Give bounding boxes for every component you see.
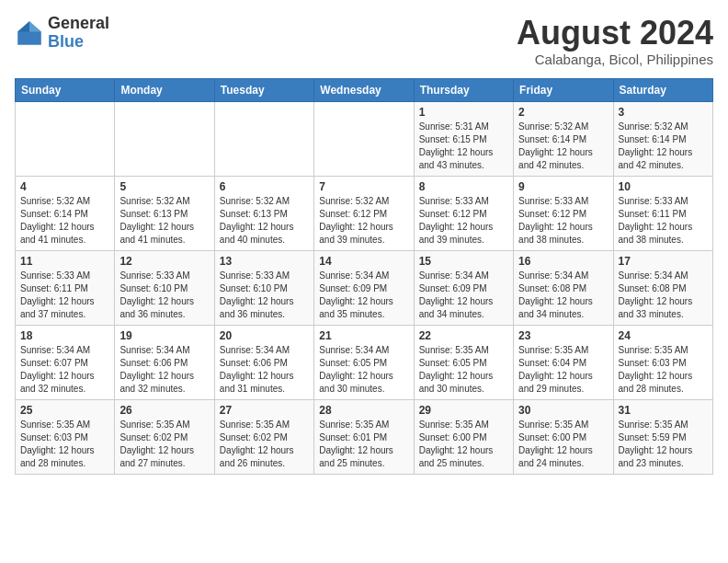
calendar-cell: 18Sunrise: 5:34 AMSunset: 6:07 PMDayligh… — [16, 325, 115, 399]
day-info: Sunrise: 5:35 AMSunset: 6:04 PMDaylight:… — [518, 344, 608, 396]
day-info: Sunrise: 5:32 AMSunset: 6:13 PMDaylight:… — [220, 195, 309, 247]
calendar-cell: 31Sunrise: 5:35 AMSunset: 5:59 PMDayligh… — [613, 399, 712, 474]
day-info: Sunrise: 5:33 AMSunset: 6:12 PMDaylight:… — [518, 195, 608, 247]
svg-marker-1 — [29, 21, 41, 31]
day-info: Sunrise: 5:34 AMSunset: 6:09 PMDaylight:… — [319, 270, 408, 321]
calendar-cell: 7Sunrise: 5:32 AMSunset: 6:12 PMDaylight… — [314, 176, 414, 250]
day-info: Sunrise: 5:35 AMSunset: 6:00 PMDaylight:… — [419, 419, 508, 470]
calendar-cell: 8Sunrise: 5:33 AMSunset: 6:12 PMDaylight… — [414, 176, 513, 250]
day-info: Sunrise: 5:35 AMSunset: 5:59 PMDaylight:… — [619, 419, 708, 470]
day-info: Sunrise: 5:34 AMSunset: 6:08 PMDaylight:… — [518, 270, 608, 321]
calendar-cell: 29Sunrise: 5:35 AMSunset: 6:00 PMDayligh… — [414, 399, 513, 474]
calendar-cell: 25Sunrise: 5:35 AMSunset: 6:03 PMDayligh… — [16, 399, 115, 474]
weekday-header-monday: Monday — [115, 78, 214, 101]
calendar-cell: 17Sunrise: 5:34 AMSunset: 6:08 PMDayligh… — [613, 250, 712, 325]
day-info: Sunrise: 5:35 AMSunset: 6:03 PMDaylight:… — [619, 344, 708, 396]
calendar-cell: 10Sunrise: 5:33 AMSunset: 6:11 PMDayligh… — [613, 176, 712, 250]
day-number: 14 — [319, 255, 408, 268]
calendar-cell: 23Sunrise: 5:35 AMSunset: 6:04 PMDayligh… — [514, 325, 613, 399]
day-number: 6 — [220, 180, 309, 193]
day-number: 9 — [518, 180, 608, 193]
day-number: 25 — [20, 404, 109, 417]
weekday-header-wednesday: Wednesday — [314, 78, 414, 101]
logo-icon — [15, 18, 44, 48]
day-info: Sunrise: 5:34 AMSunset: 6:09 PMDaylight:… — [419, 270, 508, 321]
day-info: Sunrise: 5:35 AMSunset: 6:03 PMDaylight:… — [20, 419, 109, 470]
day-number: 16 — [518, 255, 608, 268]
day-number: 12 — [119, 255, 209, 268]
calendar-cell — [16, 101, 115, 176]
calendar-cell: 26Sunrise: 5:35 AMSunset: 6:02 PMDayligh… — [115, 399, 214, 474]
day-number: 29 — [419, 404, 508, 417]
day-number: 24 — [619, 329, 708, 342]
calendar-cell: 5Sunrise: 5:32 AMSunset: 6:13 PMDaylight… — [115, 176, 214, 250]
day-info: Sunrise: 5:34 AMSunset: 6:06 PMDaylight:… — [119, 344, 209, 396]
logo-text: General Blue — [48, 15, 109, 52]
day-info: Sunrise: 5:34 AMSunset: 6:07 PMDaylight:… — [20, 344, 109, 396]
day-number: 10 — [619, 180, 708, 193]
week-row-5: 25Sunrise: 5:35 AMSunset: 6:03 PMDayligh… — [16, 399, 713, 474]
day-info: Sunrise: 5:32 AMSunset: 6:12 PMDaylight:… — [319, 195, 408, 247]
weekday-header-thursday: Thursday — [414, 78, 513, 101]
weekday-header-row: SundayMondayTuesdayWednesdayThursdayFrid… — [16, 78, 713, 101]
day-info: Sunrise: 5:35 AMSunset: 6:05 PMDaylight:… — [419, 344, 508, 396]
calendar-cell: 12Sunrise: 5:33 AMSunset: 6:10 PMDayligh… — [115, 250, 214, 325]
day-number: 23 — [518, 329, 608, 342]
day-number: 28 — [319, 404, 408, 417]
calendar-table: SundayMondayTuesdayWednesdayThursdayFrid… — [15, 78, 713, 475]
day-number: 30 — [518, 404, 608, 417]
month-year-title: August 2024 — [517, 15, 713, 52]
day-number: 3 — [619, 106, 708, 119]
calendar-cell: 1Sunrise: 5:31 AMSunset: 6:15 PMDaylight… — [414, 101, 513, 176]
page-header: General Blue August 2024 Calabanga, Bico… — [15, 15, 713, 67]
calendar-cell: 27Sunrise: 5:35 AMSunset: 6:02 PMDayligh… — [214, 399, 313, 474]
calendar-cell: 21Sunrise: 5:34 AMSunset: 6:05 PMDayligh… — [314, 325, 414, 399]
day-info: Sunrise: 5:32 AMSunset: 6:14 PMDaylight:… — [20, 195, 109, 247]
calendar-cell: 4Sunrise: 5:32 AMSunset: 6:14 PMDaylight… — [16, 176, 115, 250]
day-info: Sunrise: 5:35 AMSunset: 6:01 PMDaylight:… — [319, 419, 408, 470]
day-info: Sunrise: 5:33 AMSunset: 6:12 PMDaylight:… — [419, 195, 508, 247]
calendar-cell: 9Sunrise: 5:33 AMSunset: 6:12 PMDaylight… — [514, 176, 613, 250]
day-info: Sunrise: 5:35 AMSunset: 6:02 PMDaylight:… — [119, 419, 209, 470]
day-number: 13 — [220, 255, 309, 268]
day-info: Sunrise: 5:35 AMSunset: 6:02 PMDaylight:… — [220, 419, 309, 470]
day-info: Sunrise: 5:32 AMSunset: 6:14 PMDaylight:… — [518, 121, 608, 172]
day-number: 17 — [619, 255, 708, 268]
week-row-3: 11Sunrise: 5:33 AMSunset: 6:11 PMDayligh… — [16, 250, 713, 325]
calendar-cell: 30Sunrise: 5:35 AMSunset: 6:00 PMDayligh… — [514, 399, 613, 474]
day-info: Sunrise: 5:32 AMSunset: 6:14 PMDaylight:… — [619, 121, 708, 172]
calendar-cell: 20Sunrise: 5:34 AMSunset: 6:06 PMDayligh… — [214, 325, 313, 399]
day-info: Sunrise: 5:33 AMSunset: 6:11 PMDaylight:… — [20, 270, 109, 321]
day-info: Sunrise: 5:33 AMSunset: 6:10 PMDaylight:… — [119, 270, 209, 321]
calendar-cell: 14Sunrise: 5:34 AMSunset: 6:09 PMDayligh… — [314, 250, 414, 325]
day-info: Sunrise: 5:32 AMSunset: 6:13 PMDaylight:… — [119, 195, 209, 247]
logo: General Blue — [15, 15, 109, 52]
day-info: Sunrise: 5:33 AMSunset: 6:10 PMDaylight:… — [220, 270, 309, 321]
day-number: 4 — [20, 180, 109, 193]
calendar-cell: 3Sunrise: 5:32 AMSunset: 6:14 PMDaylight… — [613, 101, 712, 176]
day-number: 21 — [319, 329, 408, 342]
calendar-cell: 19Sunrise: 5:34 AMSunset: 6:06 PMDayligh… — [115, 325, 214, 399]
day-number: 19 — [119, 329, 209, 342]
day-number: 5 — [119, 180, 209, 193]
day-info: Sunrise: 5:34 AMSunset: 6:08 PMDaylight:… — [619, 270, 708, 321]
day-number: 15 — [419, 255, 508, 268]
weekday-header-saturday: Saturday — [613, 78, 712, 101]
calendar-cell: 6Sunrise: 5:32 AMSunset: 6:13 PMDaylight… — [214, 176, 313, 250]
day-number: 8 — [419, 180, 508, 193]
day-number: 18 — [20, 329, 109, 342]
day-info: Sunrise: 5:31 AMSunset: 6:15 PMDaylight:… — [419, 121, 508, 172]
title-area: August 2024 Calabanga, Bicol, Philippine… — [517, 15, 713, 67]
weekday-header-tuesday: Tuesday — [214, 78, 313, 101]
calendar-cell: 16Sunrise: 5:34 AMSunset: 6:08 PMDayligh… — [514, 250, 613, 325]
calendar-cell: 24Sunrise: 5:35 AMSunset: 6:03 PMDayligh… — [613, 325, 712, 399]
day-number: 1 — [419, 106, 508, 119]
calendar-cell: 22Sunrise: 5:35 AMSunset: 6:05 PMDayligh… — [414, 325, 513, 399]
week-row-2: 4Sunrise: 5:32 AMSunset: 6:14 PMDaylight… — [16, 176, 713, 250]
day-number: 31 — [619, 404, 708, 417]
calendar-cell: 13Sunrise: 5:33 AMSunset: 6:10 PMDayligh… — [214, 250, 313, 325]
calendar-cell: 2Sunrise: 5:32 AMSunset: 6:14 PMDaylight… — [514, 101, 613, 176]
calendar-cell — [115, 101, 214, 176]
day-info: Sunrise: 5:33 AMSunset: 6:11 PMDaylight:… — [619, 195, 708, 247]
day-number: 22 — [419, 329, 508, 342]
